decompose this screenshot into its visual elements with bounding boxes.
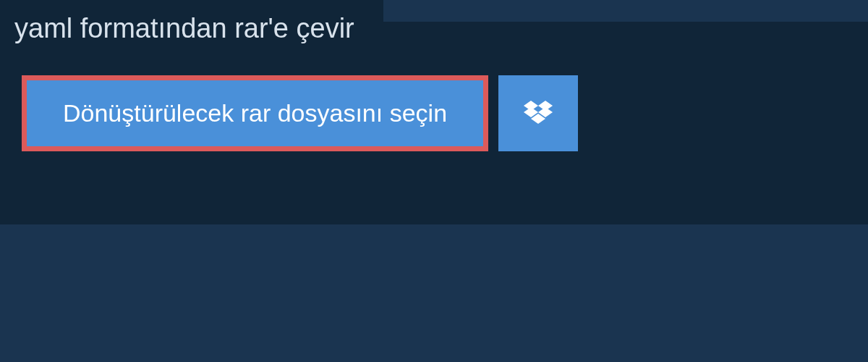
dropbox-button[interactable] (498, 75, 578, 151)
dropbox-icon (524, 101, 553, 127)
converter-panel: yaml formatından rar'e çevir Dönüştürüle… (0, 22, 868, 224)
select-file-button[interactable]: Dönüştürülecek rar dosyasını seçin (22, 75, 488, 151)
page-title: yaml formatından rar'e çevir (14, 13, 354, 44)
title-bar: yaml formatından rar'e çevir (0, 0, 383, 57)
action-row: Dönüştürülecek rar dosyasını seçin (0, 57, 868, 173)
select-file-label: Dönüştürülecek rar dosyasını seçin (63, 99, 447, 127)
